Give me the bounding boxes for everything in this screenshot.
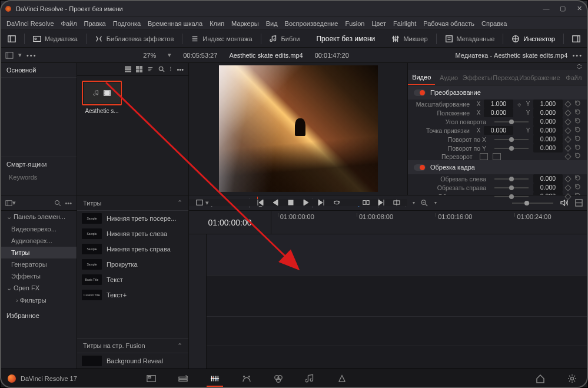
minimize-button[interactable]: ― — [543, 5, 550, 12]
rotation-field[interactable]: 0.000 — [533, 117, 563, 126]
anchor-y-field[interactable]: 0.000 — [533, 126, 563, 135]
menu-item[interactable]: Клип — [210, 20, 224, 27]
search-icon[interactable] — [54, 200, 61, 207]
sort-icon[interactable] — [147, 66, 154, 72]
toggle-switch[interactable] — [414, 164, 426, 171]
title-preset[interactable]: SampleПрокрутка — [77, 257, 188, 272]
keyframe-icon[interactable] — [565, 145, 571, 152]
tree-item[interactable]: Видеоперехо... — [1, 223, 77, 235]
options-icon[interactable]: ••• — [572, 52, 583, 59]
inspector-tab-file[interactable]: Файл — [560, 71, 587, 85]
menu-item[interactable]: Цвет — [371, 20, 386, 27]
title-preset[interactable]: SampleНижняя треть слева — [77, 226, 188, 241]
options-icon[interactable]: ••• — [177, 66, 184, 73]
toggle-switch[interactable] — [414, 89, 426, 96]
keywords-item[interactable]: Keywords — [1, 171, 77, 183]
keyframe-icon[interactable] — [565, 110, 571, 117]
panel-layout-icon[interactable] — [5, 52, 14, 59]
crop-right-slider[interactable] — [494, 187, 529, 188]
last-frame-button[interactable] — [318, 199, 325, 206]
reset-button[interactable] — [573, 109, 582, 117]
collapse-icon[interactable]: ⌃ — [177, 199, 182, 207]
tree-item[interactable]: Аудиоперех... — [1, 235, 77, 247]
edit-index-button[interactable]: Индекс монтажа — [187, 32, 255, 45]
metadata-button[interactable]: Метаданные — [441, 32, 499, 45]
next-edit-button[interactable] — [378, 199, 385, 206]
collapse-icon[interactable]: ⌃ — [177, 342, 182, 350]
menu-item[interactable]: Правка — [84, 20, 106, 27]
bin-main[interactable]: Основной — [1, 63, 77, 78]
scale-y-field[interactable]: 1.000 — [533, 100, 563, 108]
crop-left-slider[interactable]: .cl::after{left:0!important} — [494, 178, 529, 180]
mixer-button[interactable]: Микшер — [388, 32, 431, 45]
scale-x-field[interactable]: 1.000 — [484, 100, 513, 108]
pos-x-field[interactable]: 0.000 — [484, 108, 513, 117]
loop-button[interactable] — [333, 199, 340, 206]
crop-top-slider[interactable] — [494, 196, 529, 197]
tree-item[interactable]: › Фильтры — [1, 294, 77, 306]
keyframe-icon[interactable] — [565, 127, 571, 134]
toolbox-header[interactable]: ⌄ Панель элемен... — [1, 211, 77, 223]
reset-button[interactable] — [573, 184, 582, 191]
timeline-tracks[interactable] — [207, 234, 587, 369]
title-preset[interactable]: SampleНижняя треть посере... — [77, 211, 188, 226]
fairlight-page-button[interactable] — [302, 374, 318, 383]
reset-button[interactable] — [573, 175, 582, 183]
reset-button[interactable] — [573, 144, 582, 152]
media-pool-button[interactable]: Медиатека — [29, 32, 81, 45]
panel-icon[interactable] — [5, 200, 12, 207]
menu-item[interactable]: Рабочая область — [423, 20, 474, 27]
reset-button[interactable] — [573, 127, 582, 134]
yaw-slider[interactable] — [494, 148, 529, 149]
menu-item[interactable]: Вид — [266, 20, 278, 27]
menu-item[interactable]: Временная шкала — [148, 20, 202, 27]
yaw-field[interactable]: 0.000 — [533, 144, 563, 152]
inspector-tab-audio[interactable]: Аудио — [435, 71, 462, 85]
fusion-page-button[interactable] — [238, 374, 255, 383]
inspector-tab-transition[interactable]: Переход — [492, 71, 519, 85]
play-button[interactable] — [303, 199, 310, 206]
media-page-button[interactable] — [143, 374, 160, 383]
sidebar-toggle[interactable] — [4, 32, 19, 45]
reset-button[interactable] — [573, 135, 582, 143]
favorites-header[interactable]: Избранное — [1, 310, 77, 321]
maximize-button[interactable]: ▢ — [559, 5, 566, 12]
reset-button[interactable] — [573, 152, 582, 160]
openfx-header[interactable]: ⌄ Open FX — [1, 282, 77, 294]
media-clip-thumbnail[interactable] — [82, 81, 122, 105]
pitch-field[interactable]: 0.000 — [533, 135, 563, 144]
keyframe-icon[interactable] — [565, 184, 571, 191]
home-button[interactable] — [532, 374, 549, 383]
menu-item[interactable]: Файл — [61, 20, 77, 27]
pos-y-field[interactable]: 0.000 — [533, 108, 563, 117]
rotation-slider[interactable] — [494, 121, 529, 122]
title-preset[interactable]: SampleНижняя треть справа — [77, 241, 188, 257]
pitch-slider[interactable] — [494, 139, 529, 140]
crop-section-header[interactable]: Обрезка кадра — [408, 160, 587, 174]
inspector-button[interactable]: Инспектор — [508, 32, 559, 45]
search-icon[interactable] — [158, 66, 165, 72]
deliver-page-button[interactable] — [334, 374, 350, 383]
audio-track[interactable] — [207, 317, 587, 346]
stop-button[interactable] — [287, 199, 294, 206]
tree-item-titles[interactable]: Титры — [1, 247, 77, 258]
edit-page-button[interactable] — [207, 374, 223, 387]
video-track[interactable] — [207, 234, 587, 276]
menu-item[interactable]: Справка — [481, 20, 507, 27]
close-button[interactable]: ✕ — [576, 5, 583, 12]
timeline-timecode[interactable]: 01:00:00:00 — [189, 211, 271, 234]
audio-track[interactable] — [207, 276, 587, 317]
keyframe-icon[interactable] — [565, 153, 571, 160]
timeline-options-icon[interactable] — [575, 199, 583, 207]
keyframe-icon[interactable] — [565, 136, 571, 143]
settings-button[interactable] — [564, 374, 580, 383]
crop-right-field[interactable]: 0.000 — [533, 183, 563, 192]
flip-v-button[interactable] — [493, 153, 501, 160]
play-reverse-button[interactable] — [272, 199, 279, 206]
cut-page-button[interactable] — [175, 374, 191, 383]
keyframe-icon[interactable] — [565, 175, 571, 183]
menu-item[interactable]: Маркеры — [231, 20, 259, 27]
anchor-x-field[interactable]: 0.000 — [484, 126, 513, 135]
expand-icon[interactable] — [576, 63, 583, 70]
sound-library-button[interactable]: Библи — [266, 32, 304, 45]
